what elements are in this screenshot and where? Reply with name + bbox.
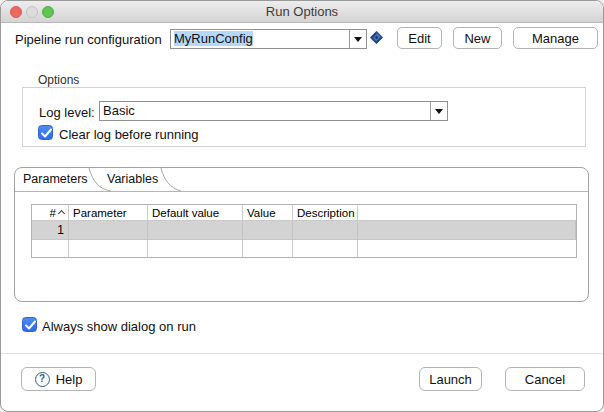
always-show-dialog-checkbox[interactable]	[22, 317, 37, 332]
description-cell[interactable]	[293, 221, 358, 239]
run-configuration-combobox[interactable]: MyRunConfig	[170, 29, 367, 49]
options-group-title: Options	[36, 73, 81, 87]
clear-log-label: Clear log before running	[59, 127, 198, 142]
help-button[interactable]: ? Help	[21, 367, 96, 391]
parameters-table: # Parameter Default value Value Descript…	[31, 204, 577, 258]
tab-parameters[interactable]: Parameters	[23, 172, 88, 186]
help-button-label: Help	[56, 372, 83, 387]
table-row[interactable]	[32, 240, 576, 257]
edit-button[interactable]: Edit	[397, 27, 442, 49]
log-level-combobox[interactable]: Basic	[99, 101, 448, 121]
description-cell[interactable]	[293, 240, 358, 257]
filler-cell[interactable]	[358, 221, 576, 239]
footer-divider	[1, 353, 604, 354]
value-cell[interactable]	[243, 240, 293, 257]
manage-button[interactable]: Manage	[513, 27, 598, 49]
cancel-button[interactable]: Cancel	[505, 367, 585, 391]
run-configuration-value[interactable]: MyRunConfig	[174, 30, 346, 48]
column-header-filler	[358, 205, 576, 220]
column-header-parameter[interactable]: Parameter	[69, 205, 148, 220]
value-cell[interactable]	[243, 221, 293, 239]
column-header-description[interactable]: Description	[293, 205, 358, 220]
default-value-cell[interactable]	[148, 221, 243, 239]
column-header-default-value[interactable]: Default value	[148, 205, 243, 220]
tab-variables[interactable]: Variables	[107, 172, 158, 186]
chevron-down-icon	[435, 109, 443, 114]
table-row[interactable]: 1	[32, 221, 576, 240]
sort-ascending-icon	[58, 210, 65, 217]
launch-button[interactable]: Launch	[419, 367, 482, 391]
column-header-value[interactable]: Value	[243, 205, 293, 220]
run-configuration-dropdown-button[interactable]	[349, 30, 366, 48]
help-question-icon: ?	[35, 372, 50, 387]
always-show-dialog-label: Always show dialog on run	[42, 319, 196, 334]
run-configuration-label: Pipeline run configuration	[15, 32, 162, 47]
checkmark-icon	[24, 320, 37, 331]
filler-cell[interactable]	[358, 240, 576, 257]
table-header-row[interactable]: # Parameter Default value Value Descript…	[32, 205, 576, 221]
column-header-number[interactable]: #	[32, 205, 69, 220]
window-title: Run Options	[1, 1, 603, 23]
title-bar[interactable]: Run Options	[1, 1, 603, 23]
checkmark-icon	[40, 128, 53, 139]
parameter-cell[interactable]	[69, 221, 148, 239]
parameter-cell[interactable]	[69, 240, 148, 257]
default-value-cell[interactable]	[148, 240, 243, 257]
log-level-dropdown-button[interactable]	[430, 102, 447, 120]
row-number-cell[interactable]	[32, 240, 69, 257]
run-options-dialog: Run Options Pipeline run configuration M…	[0, 0, 604, 412]
log-level-value: Basic	[103, 102, 427, 120]
new-button[interactable]: New	[453, 27, 502, 49]
row-number-cell[interactable]: 1	[32, 221, 69, 239]
log-level-label: Log level:	[39, 105, 95, 120]
clear-log-checkbox[interactable]	[38, 125, 53, 140]
chevron-down-icon	[354, 37, 362, 42]
metadata-diamond-icon[interactable]	[370, 31, 383, 44]
